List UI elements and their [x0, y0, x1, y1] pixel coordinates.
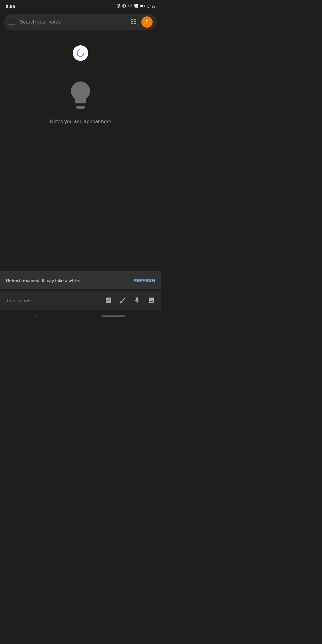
- toolbar-icons: [105, 297, 155, 305]
- svg-rect-2: [140, 5, 143, 7]
- svg-rect-3: [131, 19, 133, 20]
- battery-icon: [140, 4, 145, 9]
- main-content: Notes you add appear here: [0, 33, 161, 125]
- draw-icon[interactable]: [119, 297, 126, 305]
- vibrate-icon: [122, 4, 126, 9]
- user-avatar[interactable]: F: [141, 16, 153, 28]
- lightbulb-icon: [64, 79, 97, 113]
- battery-percentage: 54%: [147, 4, 155, 9]
- empty-state: Notes you add appear here: [50, 79, 111, 125]
- svg-rect-4: [134, 19, 136, 20]
- status-time: 8:55: [6, 4, 15, 9]
- take-note-input[interactable]: Take a note...: [6, 298, 105, 304]
- layout-icon[interactable]: [130, 18, 137, 26]
- svg-rect-7: [131, 23, 133, 24]
- checkbox-icon[interactable]: [105, 297, 112, 305]
- mic-icon[interactable]: [134, 297, 141, 305]
- snackbar-message: Refresh required. It may take a while.: [6, 278, 80, 283]
- empty-state-text: Notes you add appear here: [50, 119, 111, 125]
- svg-rect-1: [145, 5, 145, 7]
- svg-rect-8: [134, 23, 136, 24]
- status-bar: 8:55 54%: [0, 0, 161, 12]
- svg-rect-5: [131, 21, 133, 22]
- bottom-toolbar: Take a note...: [0, 291, 161, 310]
- home-pill[interactable]: [101, 315, 125, 317]
- search-placeholder[interactable]: Search your notes: [20, 19, 130, 25]
- svg-point-9: [77, 50, 84, 57]
- menu-button[interactable]: [8, 20, 15, 24]
- alarm-icon: [116, 4, 120, 9]
- back-button[interactable]: ‹: [36, 313, 38, 319]
- refresh-spinner: [73, 45, 88, 61]
- wifi-icon: [128, 4, 132, 9]
- image-icon[interactable]: [148, 297, 155, 305]
- refresh-button[interactable]: Refresh: [134, 278, 155, 283]
- svg-rect-6: [134, 21, 136, 22]
- snackbar: Refresh required. It may take a while. R…: [0, 271, 161, 289]
- signal-icon: [134, 4, 138, 9]
- status-icons: 54%: [116, 4, 155, 9]
- avatar-label: F: [145, 19, 148, 25]
- search-bar[interactable]: Search your notes F: [4, 14, 157, 30]
- nav-bar: ‹: [0, 310, 161, 322]
